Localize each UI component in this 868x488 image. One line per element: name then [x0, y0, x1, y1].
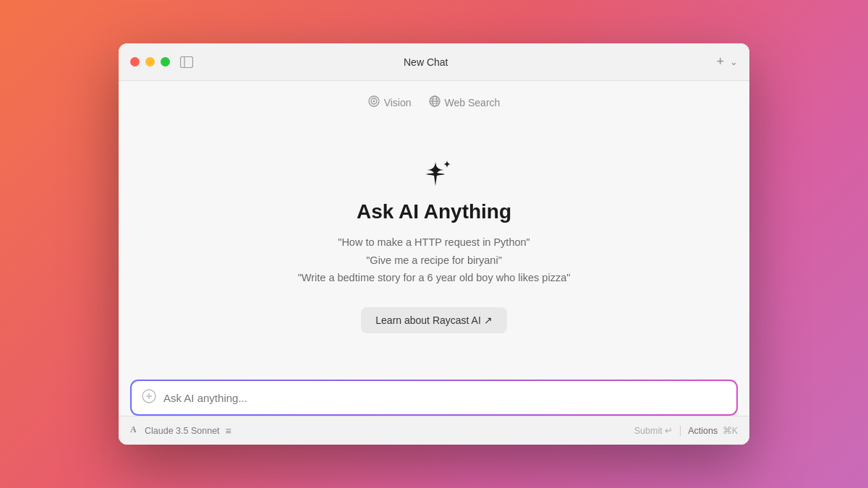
chat-input[interactable] [163, 392, 726, 404]
example-2: "Give me a recipe for biryani" [298, 252, 571, 270]
example-3: "Write a bedtime story for a 6 year old … [298, 269, 571, 287]
input-area [119, 380, 749, 416]
model-info: A Claude 3.5 Sonnet ≡ [130, 424, 231, 437]
svg-text:A: A [130, 424, 137, 435]
input-inner [132, 381, 736, 414]
titlebar-actions: + ⌄ [716, 54, 738, 69]
add-chat-button[interactable]: + [716, 54, 724, 69]
input-border [130, 380, 738, 416]
hero-examples: "How to make a HTTP request in Python" "… [298, 234, 571, 287]
submit-label: Submit ↵ [634, 425, 673, 436]
input-plus-icon[interactable] [142, 389, 156, 407]
sparkle-icon [408, 148, 460, 200]
window-title: New Chat [135, 56, 716, 68]
hero-title: Ask AI Anything [357, 200, 511, 223]
titlebar: New Chat + ⌄ [119, 43, 749, 81]
learn-button[interactable]: Learn about Raycast AI ↗ [361, 307, 506, 333]
model-logo-icon: A [130, 424, 140, 437]
example-1: "How to make a HTTP request in Python" [298, 234, 571, 252]
model-name: Claude 3.5 Sonnet [145, 426, 220, 436]
status-bar: A Claude 3.5 Sonnet ≡ Submit ↵ Actions ⌘… [119, 416, 749, 445]
actions-button[interactable]: Actions ⌘K [688, 425, 738, 436]
status-right: Submit ↵ Actions ⌘K [634, 425, 738, 436]
actions-shortcut: ⌘K [723, 426, 738, 436]
hero-section: Ask AI Anything "How to make a HTTP requ… [269, 102, 600, 380]
chevron-down-icon[interactable]: ⌄ [730, 56, 738, 67]
divider [680, 426, 681, 436]
app-window: New Chat + ⌄ Vision [119, 43, 749, 445]
content-area: Vision Web Search [119, 81, 749, 416]
model-menu-icon[interactable]: ≡ [226, 425, 231, 437]
